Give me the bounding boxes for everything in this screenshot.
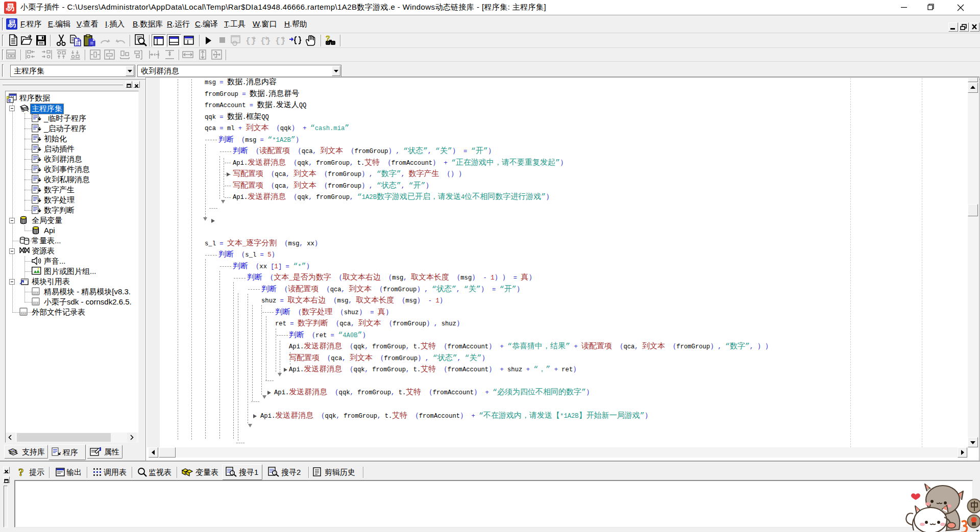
svg-text:?: ? — [18, 466, 24, 478]
svg-text:{}: {} — [260, 36, 271, 46]
